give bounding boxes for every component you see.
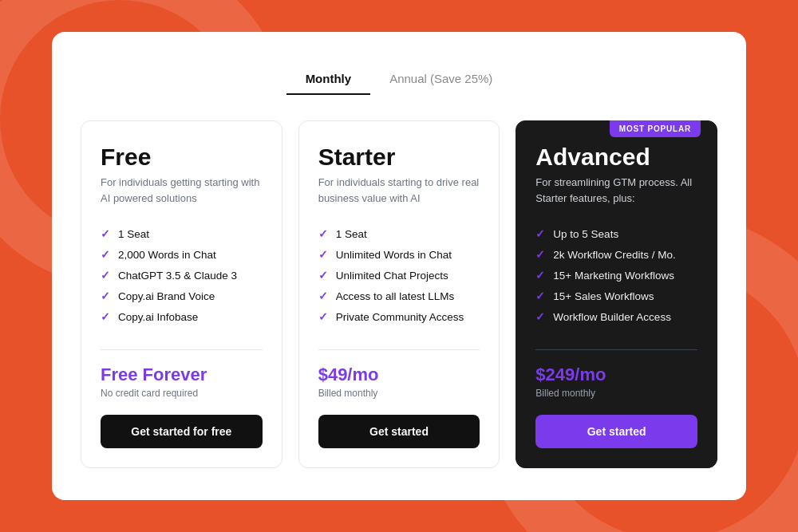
check-icon: ✓ <box>535 310 545 323</box>
feature-item: ✓ Unlimited Chat Projects <box>318 265 480 286</box>
feature-item: ✓ 1 Seat <box>101 223 263 244</box>
features-list-starter: ✓ 1 Seat ✓ Unlimited Words in Chat ✓ Unl… <box>318 223 480 327</box>
features-list-free: ✓ 1 Seat ✓ 2,000 Words in Chat ✓ ChatGPT… <box>101 223 263 327</box>
price-label-free: Free Forever <box>101 365 263 385</box>
feature-item: ✓ Copy.ai Brand Voice <box>101 286 263 306</box>
plan-divider <box>101 349 263 350</box>
feature-item: ✓ Up to 5 Seats <box>535 223 697 244</box>
feature-item: ✓ Workflow Builder Access <box>535 306 697 327</box>
plan-desc-advanced: For streamlining GTM process. All Starte… <box>535 175 697 206</box>
feature-item: ✓ ChatGPT 3.5 & Claude 3 <box>101 265 263 286</box>
cta-button-free[interactable]: Get started for free <box>101 415 263 448</box>
feature-item: ✓ Copy.ai Infobase <box>101 306 263 327</box>
check-icon: ✓ <box>535 248 545 261</box>
check-icon: ✓ <box>318 227 328 240</box>
feature-item: ✓ 15+ Marketing Workflows <box>535 265 697 286</box>
check-icon: ✓ <box>101 290 110 302</box>
check-icon: ✓ <box>101 227 110 240</box>
features-list-advanced: ✓ Up to 5 Seats ✓ 2k Workflow Credits / … <box>535 223 697 327</box>
feature-item: ✓ 2k Workflow Credits / Mo. <box>535 244 697 265</box>
monthly-tab[interactable]: Monthly <box>286 64 371 95</box>
plan-divider <box>535 349 697 350</box>
plan-desc-free: For individuals getting starting with AI… <box>101 175 263 206</box>
cta-button-advanced[interactable]: Get started <box>535 415 697 448</box>
feature-item: ✓ Private Community Access <box>318 306 480 327</box>
check-icon: ✓ <box>318 269 328 282</box>
plan-card-advanced: MOST POPULAR Advanced For streamlining G… <box>516 120 717 467</box>
feature-item: ✓ 15+ Sales Workflows <box>535 286 697 306</box>
feature-item: ✓ Unlimited Words in Chat <box>318 244 480 265</box>
plan-card-starter: Starter For individuals starting to driv… <box>298 120 500 467</box>
check-icon: ✓ <box>101 269 110 282</box>
billing-toggle: Monthly Annual (Save 25%) <box>81 64 717 95</box>
check-icon: ✓ <box>535 290 545 302</box>
check-icon: ✓ <box>318 310 328 323</box>
check-icon: ✓ <box>101 248 110 261</box>
check-icon: ✓ <box>535 269 545 282</box>
price-sublabel-starter: Billed monthly <box>318 388 480 399</box>
price-label-starter: $49/mo <box>318 365 480 385</box>
price-section-advanced: $249/mo Billed monthly <box>535 365 697 409</box>
plans-grid: Free For individuals getting starting wi… <box>81 120 717 467</box>
plan-name-advanced: Advanced <box>535 144 697 170</box>
price-label-advanced: $249/mo <box>535 365 697 385</box>
feature-item: ✓ 2,000 Words in Chat <box>101 244 263 265</box>
price-sublabel-free: No credit card required <box>101 388 263 399</box>
check-icon: ✓ <box>535 227 545 240</box>
plan-name-starter: Starter <box>318 144 480 170</box>
check-icon: ✓ <box>101 310 110 323</box>
check-icon: ✓ <box>318 290 328 302</box>
plan-card-free: Free For individuals getting starting wi… <box>81 120 282 467</box>
pricing-modal: Monthly Annual (Save 25%) Free For indiv… <box>52 32 746 499</box>
feature-item: ✓ Access to all latest LLMs <box>318 286 480 306</box>
price-sublabel-advanced: Billed monthly <box>535 388 697 399</box>
plan-divider <box>318 349 480 350</box>
annual-tab[interactable]: Annual (Save 25%) <box>370 64 512 95</box>
cta-button-starter[interactable]: Get started <box>318 415 480 448</box>
check-icon: ✓ <box>318 248 328 261</box>
plan-desc-starter: For individuals starting to drive real b… <box>318 175 480 206</box>
price-section-free: Free Forever No credit card required <box>101 365 263 409</box>
plan-name-free: Free <box>101 144 263 170</box>
most-popular-badge: MOST POPULAR <box>610 120 701 137</box>
feature-item: ✓ 1 Seat <box>318 223 480 244</box>
price-section-starter: $49/mo Billed monthly <box>318 365 480 409</box>
